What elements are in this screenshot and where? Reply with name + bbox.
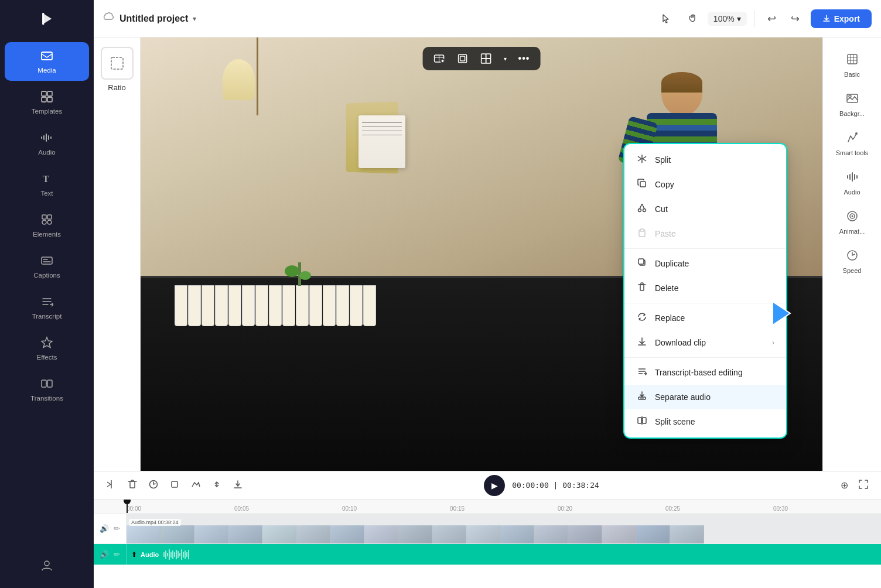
transform-button[interactable]	[476, 50, 497, 67]
hand-tool-button[interactable]	[682, 8, 703, 29]
svg-line-36	[638, 156, 641, 159]
cut-icon	[636, 203, 648, 215]
timeline-playback-controls: ▶ 00:00:00 | 00:38:24	[251, 475, 832, 496]
svg-rect-75	[131, 480, 134, 481]
video-track-content[interactable]: Audio.mp4 00:38:24	[127, 514, 881, 543]
video-track[interactable]: Audio.mp4 00:38:24	[127, 514, 881, 543]
content-row: Ratio	[94, 37, 881, 471]
timeline-right-controls: ⊕	[837, 477, 872, 494]
total-time: 00:38:24	[562, 481, 599, 490]
audio-track-row: 🔊 ✏ ⬆ Audio	[94, 544, 881, 565]
context-menu-item-split[interactable]: Split	[624, 148, 786, 172]
audio-edit-btn[interactable]: ✏	[112, 549, 121, 560]
sidebar-item-elements[interactable]: Elements	[5, 206, 89, 245]
context-menu-item-download[interactable]: Download clip ›	[624, 330, 786, 355]
audio-track-content[interactable]: ⬆ Audio	[127, 544, 881, 565]
timeline-zoom-in-btn[interactable]: ⊕	[837, 477, 852, 493]
select-tool-button[interactable]	[656, 8, 677, 29]
ruler-marks: 00:00 00:05 00:10 00:15 00:20 00:25 00:3…	[127, 505, 881, 513]
user-icon	[40, 559, 53, 574]
timeline-ruler: 00:00 00:05 00:10 00:15 00:20 00:25 00:3…	[94, 500, 881, 514]
context-menu-item-delete[interactable]: Delete	[624, 276, 786, 300]
context-menu-item-split-scene[interactable]: Split scene	[624, 409, 786, 434]
more-options-button[interactable]: •••	[514, 51, 535, 66]
duplicate-icon	[636, 258, 648, 269]
svg-line-38	[643, 156, 646, 159]
right-panel-speed[interactable]: Speed	[829, 243, 876, 280]
sidebar-item-audio[interactable]: Audio	[5, 124, 89, 163]
context-menu-item-separate-audio[interactable]: Separate audio	[624, 385, 786, 409]
export-button[interactable]: Export	[811, 9, 872, 28]
track-volume-btn[interactable]: 🔊	[98, 523, 110, 534]
ruler-mark-6: 00:30	[773, 505, 881, 513]
split-scene-label: Split scene	[655, 417, 695, 426]
svg-rect-6	[47, 97, 52, 102]
video-preview: Split Copy	[141, 37, 822, 471]
svg-rect-20	[47, 380, 52, 387]
sidebar-item-text[interactable]: T Text	[5, 165, 89, 204]
sidebar-item-transitions[interactable]: Transitions	[5, 370, 89, 409]
timeline-more-btn[interactable]	[230, 477, 246, 494]
svg-rect-12	[42, 257, 52, 264]
redo-button[interactable]: ↪	[785, 8, 806, 29]
svg-line-74	[107, 484, 111, 487]
copy-label: Copy	[655, 180, 674, 189]
svg-rect-19	[42, 380, 46, 387]
right-panel-basic[interactable]: Basic	[829, 47, 876, 84]
timeline-fullscreen-btn[interactable]	[855, 477, 872, 494]
sidebar-item-effects[interactable]: Effects	[5, 329, 89, 368]
timeline-speed-btn[interactable]	[145, 477, 162, 494]
audio-volume-btn[interactable]: 🔊	[98, 549, 110, 560]
undo-button[interactable]: ↩	[762, 8, 783, 29]
track-edit-btn[interactable]: ✏	[112, 523, 121, 534]
svg-rect-30	[460, 56, 465, 61]
undo-redo-group: ↩ ↪	[762, 8, 806, 29]
sidebar-item-user[interactable]	[5, 552, 89, 581]
sidebar-item-label-templates: Templates	[32, 108, 62, 115]
effects-icon	[40, 336, 53, 351]
right-panel-audio[interactable]: Audio	[829, 165, 876, 201]
right-panel-animation[interactable]: Animat...	[829, 204, 876, 241]
project-dropdown-icon[interactable]: ▾	[193, 15, 196, 23]
zoom-control[interactable]: 100% ▾	[708, 12, 747, 26]
timeline-crop-btn[interactable]	[166, 477, 183, 494]
video-area: ▾ •••	[141, 37, 822, 471]
context-menu-item-copy[interactable]: Copy	[624, 172, 786, 197]
svg-rect-3	[42, 91, 46, 96]
elements-icon	[40, 213, 53, 228]
context-menu-item-transcript-editing[interactable]: Transcript-based editing	[624, 360, 786, 385]
svg-line-37	[638, 159, 641, 161]
timeline-group-btn[interactable]	[209, 477, 225, 494]
delete-icon	[636, 282, 648, 294]
timeline-split-btn[interactable]	[103, 477, 119, 494]
sidebar-item-label-effects: Effects	[37, 354, 57, 361]
context-menu-item-replace[interactable]: Replace	[624, 306, 786, 330]
add-media-button[interactable]	[429, 50, 450, 67]
svg-rect-11	[47, 220, 52, 224]
split-scene-icon	[636, 416, 648, 428]
context-menu-item-cut[interactable]: Cut	[624, 197, 786, 221]
crop-button[interactable]	[452, 50, 473, 67]
play-button[interactable]: ▶	[484, 475, 505, 496]
right-panel-smart-tools[interactable]: Smart tools	[829, 125, 876, 162]
topbar-center: 100% ▾ ↩ ↪	[656, 8, 806, 29]
basic-panel-icon	[846, 53, 859, 69]
sidebar-item-templates[interactable]: Templates	[5, 83, 89, 122]
right-panel-background[interactable]: Backgr...	[829, 86, 876, 123]
ratio-item[interactable]	[101, 47, 134, 80]
svg-rect-33	[482, 59, 486, 63]
context-menu-item-duplicate[interactable]: Duplicate	[624, 251, 786, 276]
svg-line-43	[640, 204, 642, 209]
sidebar-item-captions[interactable]: Captions	[5, 247, 89, 286]
timeline-delete-btn[interactable]	[124, 477, 141, 494]
svg-point-70	[851, 216, 853, 217]
transform-dropdown-button[interactable]: ▾	[499, 53, 511, 64]
timeline-color-btn[interactable]	[187, 477, 204, 494]
sidebar-item-transcript[interactable]: Transcript	[5, 288, 89, 327]
audio-track[interactable]: ⬆ Audio	[127, 544, 881, 565]
separate-audio-icon	[636, 391, 648, 403]
sidebar-item-media[interactable]: Media	[5, 42, 89, 81]
download-clip-label: Download clip	[655, 338, 706, 347]
project-name[interactable]: Untitled project	[119, 13, 188, 24]
duplicate-label: Duplicate	[655, 259, 689, 268]
